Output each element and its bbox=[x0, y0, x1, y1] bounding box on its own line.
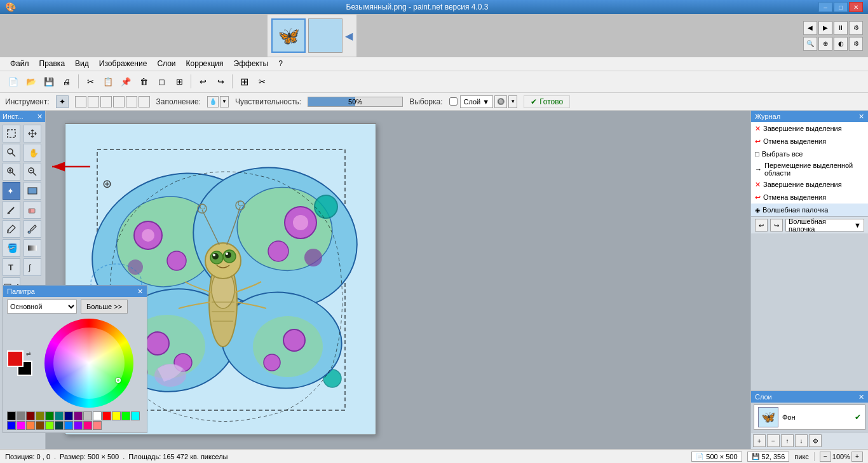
tool-zoom[interactable] bbox=[3, 144, 20, 162]
tool-path[interactable]: ∫ bbox=[24, 258, 41, 276]
swatch-silver[interactable] bbox=[83, 411, 92, 420]
fill-icon[interactable]: 💧 bbox=[207, 96, 219, 107]
selection-option-btn[interactable]: 🔘 bbox=[494, 95, 507, 108]
swatch-yellow[interactable] bbox=[112, 411, 121, 420]
menu-file[interactable]: Файл bbox=[5, 58, 34, 69]
layers-close[interactable]: ✕ bbox=[858, 393, 864, 401]
journal-item-6[interactable]: ◈ Волшебная палочка bbox=[751, 204, 868, 216]
swatch-black[interactable] bbox=[7, 411, 16, 420]
swatch-chartreuse[interactable] bbox=[45, 421, 54, 430]
palette-more-button[interactable]: Больше >> bbox=[81, 300, 128, 314]
swatch-red[interactable] bbox=[102, 411, 111, 420]
swatch-darkteal[interactable] bbox=[55, 421, 64, 430]
save-button[interactable]: 💾 bbox=[41, 73, 57, 90]
swatch-salmon[interactable] bbox=[93, 421, 102, 430]
primary-color-swatch[interactable] bbox=[7, 350, 24, 367]
previous-image-thumb[interactable] bbox=[308, 18, 342, 53]
minimize-button[interactable]: – bbox=[818, 2, 832, 12]
layers-props-btn[interactable]: ⚙ bbox=[809, 434, 822, 447]
cut-button[interactable]: ✂ bbox=[82, 73, 98, 90]
view-btn-5[interactable]: 🔍 bbox=[803, 37, 817, 51]
menu-layers[interactable]: Слои bbox=[152, 58, 180, 69]
journal-item-5[interactable]: ↩ Отмена выделения bbox=[751, 191, 868, 204]
tool-magic-wand[interactable]: ✦ bbox=[3, 182, 20, 200]
view-btn-8[interactable]: ⚙ bbox=[849, 37, 863, 51]
swatch-navy[interactable] bbox=[64, 411, 73, 420]
swatch-gray[interactable] bbox=[17, 411, 25, 420]
tool-rect-select[interactable] bbox=[3, 125, 20, 142]
deselect-button[interactable]: ◻ bbox=[153, 73, 170, 90]
swatch-purple[interactable] bbox=[74, 411, 83, 420]
journal-item-4[interactable]: ✕ Завершение выделения bbox=[751, 178, 868, 191]
view-btn-3[interactable]: ⏸ bbox=[834, 21, 848, 35]
swatch-darkred[interactable] bbox=[26, 411, 35, 420]
print-button[interactable]: 🖨 bbox=[58, 73, 75, 90]
tool-color-pick[interactable] bbox=[24, 220, 41, 238]
journal-item-1[interactable]: ↩ Отмена выделения bbox=[751, 135, 868, 148]
view-btn-6[interactable]: ⊕ bbox=[818, 37, 832, 51]
canvas-area[interactable]: ⊕ bbox=[46, 111, 750, 449]
paste-button[interactable]: 📌 bbox=[118, 73, 134, 90]
sel-mode-3[interactable] bbox=[100, 96, 112, 107]
layer-item-0[interactable]: 🦋 Фон ✔ bbox=[754, 404, 865, 430]
swatch-green[interactable] bbox=[45, 411, 54, 420]
copy-button[interactable]: 📋 bbox=[100, 73, 116, 90]
menu-edit[interactable]: Правка bbox=[34, 58, 71, 69]
sensitivity-bar[interactable]: 50% bbox=[308, 97, 403, 107]
zoom-in-button[interactable]: + bbox=[851, 452, 863, 462]
swatch-orange[interactable] bbox=[26, 421, 35, 430]
journal-dropdown[interactable]: Волшебная палочка ▼ bbox=[785, 219, 864, 232]
sel-mode-2[interactable] bbox=[88, 96, 99, 107]
color-wheel[interactable] bbox=[44, 319, 133, 408]
tool-hand[interactable]: ✋ bbox=[24, 144, 41, 162]
layer-dropdown[interactable]: Слой ▼ bbox=[460, 95, 494, 108]
switch-colors-btn[interactable]: ⇄ bbox=[26, 350, 31, 357]
maximize-button[interactable]: □ bbox=[834, 2, 848, 12]
redo-button[interactable]: ↪ bbox=[212, 73, 229, 90]
sel-mode-6[interactable] bbox=[139, 96, 150, 107]
journal-undo-btn[interactable]: ↩ bbox=[755, 219, 768, 232]
history-forward-arrow[interactable]: ◀ bbox=[345, 30, 353, 42]
palette-mode-select[interactable]: Основной Дополнительный bbox=[7, 300, 77, 314]
layers-up-btn[interactable]: ↑ bbox=[781, 434, 794, 447]
journal-redo-btn[interactable]: ↪ bbox=[770, 219, 783, 232]
view-btn-4[interactable]: ⚙ bbox=[849, 21, 863, 35]
tools-close[interactable]: ✕ bbox=[37, 113, 43, 121]
journal-item-3[interactable]: → Перемещение выделенной области bbox=[751, 160, 868, 178]
sel-mode-5[interactable] bbox=[126, 96, 137, 107]
tool-gradient[interactable] bbox=[24, 239, 41, 257]
menu-effects[interactable]: Эффекты bbox=[229, 58, 274, 69]
undo-button[interactable]: ↩ bbox=[194, 73, 211, 90]
tool-text[interactable]: T bbox=[3, 258, 20, 276]
delete-button[interactable]: 🗑 bbox=[135, 73, 152, 90]
swatch-blue[interactable] bbox=[7, 421, 16, 430]
selection-option-dropdown[interactable]: ▼ bbox=[508, 95, 517, 108]
sel-mode-4[interactable] bbox=[113, 96, 125, 107]
tool-move-selection[interactable] bbox=[24, 125, 41, 142]
tool-rect-shape[interactable] bbox=[24, 182, 41, 200]
swatch-brown[interactable] bbox=[36, 421, 44, 430]
selection-checkbox[interactable] bbox=[449, 97, 458, 106]
swatch-skyblue[interactable] bbox=[64, 421, 73, 430]
swatch-violet[interactable] bbox=[74, 421, 83, 430]
palette-close[interactable]: ✕ bbox=[137, 287, 143, 296]
menu-image[interactable]: Изображение bbox=[94, 58, 153, 69]
swatch-rose[interactable] bbox=[83, 421, 92, 430]
sel-mode-1[interactable] bbox=[75, 96, 86, 107]
menu-correction[interactable]: Коррекция bbox=[181, 58, 229, 69]
menu-help[interactable]: ? bbox=[273, 58, 288, 69]
open-button[interactable]: 📂 bbox=[23, 73, 39, 90]
tool-brush[interactable] bbox=[3, 220, 20, 238]
tool-zoom-out[interactable] bbox=[24, 163, 41, 181]
layers-add-btn[interactable]: + bbox=[753, 434, 766, 447]
swatch-white[interactable] bbox=[93, 411, 102, 420]
tool-eraser[interactable] bbox=[24, 201, 41, 219]
ready-button[interactable]: ✔ Готово bbox=[524, 95, 570, 108]
swatch-olive[interactable] bbox=[36, 411, 44, 420]
menu-view[interactable]: Вид bbox=[70, 58, 94, 69]
layers-down-btn[interactable]: ↓ bbox=[795, 434, 808, 447]
crop-button[interactable]: ✂ bbox=[254, 73, 270, 90]
tool-fill[interactable]: 🪣 bbox=[3, 239, 20, 257]
close-button[interactable]: ✕ bbox=[849, 2, 863, 12]
current-image-thumb[interactable]: 🦋 bbox=[271, 18, 306, 53]
